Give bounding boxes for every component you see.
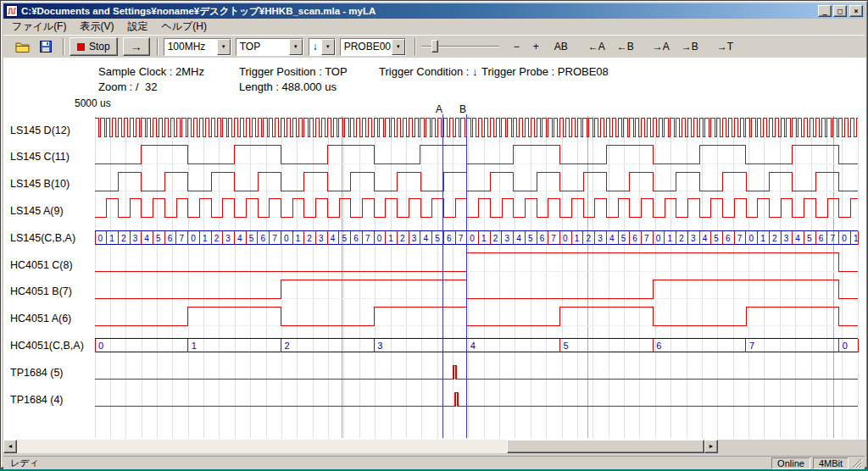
- goto-cursor-b-button[interactable]: ←B: [613, 37, 638, 56]
- bus-value: 4: [237, 234, 242, 243]
- menu-help[interactable]: ヘルプ(H): [154, 18, 214, 36]
- waveform-trace: [95, 253, 858, 272]
- waveform-area[interactable]: 5000 usLS145 D(12)LS145 C(11)LS145 B(10)…: [3, 96, 865, 440]
- waveform-trace: [95, 199, 858, 218]
- bus-value: 0: [377, 234, 382, 243]
- bus-value: 3: [225, 234, 231, 243]
- chevron-down-icon[interactable]: ▼: [289, 39, 303, 55]
- bus-value: 4: [703, 234, 708, 243]
- scroll-track[interactable]: [17, 440, 704, 453]
- run-arrow-icon: →: [131, 41, 142, 53]
- channel-label: TP1684 (4): [10, 394, 64, 406]
- slider-thumb[interactable]: [431, 40, 438, 53]
- window-title: C:¥Documents and Settings¥noname¥デスクトップ¥…: [21, 5, 816, 18]
- waveform-client: Sample Clock : 2MHz Trigger Position : T…: [3, 58, 866, 440]
- trigger-probe-select[interactable]: PROBE00 ▼: [340, 38, 406, 56]
- bus-value: 1: [481, 234, 487, 243]
- ab-button[interactable]: AB: [550, 37, 572, 56]
- bus-value: 7: [272, 234, 277, 243]
- bus-value: 0: [470, 234, 475, 243]
- bus-value: 3: [133, 234, 138, 243]
- bus-value: 5: [807, 234, 812, 243]
- chevron-down-icon[interactable]: ▼: [217, 39, 231, 55]
- open-file-button[interactable]: [12, 37, 32, 56]
- trigger-position-info: Trigger Position : TOP: [239, 65, 348, 78]
- bus-value: 1: [192, 341, 197, 351]
- channel-label: LS145 C(11): [10, 151, 70, 163]
- bus-value: 2: [121, 234, 126, 243]
- bus-value: 4: [331, 234, 336, 243]
- goto-cursor-a-button[interactable]: ←A: [584, 37, 609, 56]
- channel-label: LS145 D(12): [10, 125, 70, 136]
- scroll-left-button[interactable]: ◄: [3, 440, 17, 453]
- bus-value: 3: [319, 234, 324, 243]
- bus-value: 6: [656, 341, 661, 351]
- bus-value: 6: [632, 234, 637, 243]
- status-memory: 4MBit: [813, 457, 849, 469]
- bus-value: 0: [98, 341, 103, 351]
- trigger-probe-value: PROBE00: [341, 39, 392, 55]
- channel-label: HC4051(C,B,A): [10, 340, 84, 352]
- channel-label: HC4051 B(7): [10, 285, 72, 297]
- minimize-button[interactable]: _: [818, 5, 832, 17]
- bus-value: 0: [98, 234, 103, 243]
- run-button[interactable]: →: [123, 37, 150, 56]
- bus-value: 2: [284, 341, 289, 351]
- zoom-in-button[interactable]: +: [529, 37, 543, 56]
- channel-label: HC4051 A(6): [10, 313, 71, 324]
- channel-label: LS145(C,B,A): [10, 232, 75, 244]
- save-file-button[interactable]: [36, 37, 56, 56]
- menu-settings[interactable]: 設定: [120, 18, 154, 36]
- set-cursor-a-button[interactable]: →A: [648, 37, 674, 56]
- sample-clock-value: 100MHz: [164, 39, 217, 55]
- app-window: C:¥Documents and Settings¥noname¥デスクトップ¥…: [0, 0, 868, 468]
- set-cursor-b-button[interactable]: →B: [677, 37, 703, 56]
- bus-value: 0: [843, 341, 848, 351]
- bus-value: 5: [528, 234, 533, 243]
- chevron-down-icon[interactable]: ▼: [321, 39, 335, 55]
- horizontal-scrollbar[interactable]: ◄ ►: [3, 440, 718, 453]
- bus-value: 3: [412, 234, 417, 243]
- bus-value: 6: [353, 234, 359, 243]
- close-button[interactable]: ×: [849, 5, 863, 17]
- bus-value: 7: [551, 234, 556, 243]
- bus-value: 0: [191, 234, 196, 243]
- zoom-slider[interactable]: [420, 38, 501, 55]
- right-arrow-icon: ►: [709, 443, 715, 449]
- menu-file[interactable]: ファイル(F): [5, 18, 73, 36]
- bus-value: 1: [203, 234, 208, 243]
- cursor-a-label: A: [436, 103, 442, 115]
- cursor-b-label: B: [459, 103, 466, 115]
- bus-value: 6: [447, 234, 452, 243]
- bus-value: 1: [854, 234, 859, 243]
- scroll-thumb[interactable]: [507, 440, 704, 453]
- bus-value: 5: [714, 234, 719, 243]
- chevron-down-icon[interactable]: ▼: [392, 39, 405, 55]
- scroll-right-button[interactable]: ►: [704, 440, 718, 453]
- bus-value: 5: [156, 234, 161, 243]
- channel-label: LS145 B(10): [10, 178, 70, 190]
- zoom-out-button[interactable]: −: [509, 37, 524, 56]
- goto-trigger-button[interactable]: →T: [713, 37, 737, 56]
- bus-value: 6: [726, 234, 731, 243]
- sample-clock-info: Sample Clock : 2MHz: [98, 65, 204, 78]
- trigger-position-select[interactable]: TOP ▼: [236, 38, 303, 56]
- sample-clock-select[interactable]: 100MHz ▼: [164, 38, 231, 56]
- floppy-disk-icon: [40, 41, 52, 53]
- bus-value: 1: [109, 234, 114, 243]
- stop-button[interactable]: Stop: [70, 37, 118, 56]
- waveform-trace: [95, 145, 858, 163]
- menu-view[interactable]: 表示(V): [73, 18, 120, 36]
- status-message: レディ: [5, 456, 769, 470]
- trigger-position-value: TOP: [236, 39, 289, 55]
- titlebar: C:¥Documents and Settings¥noname¥デスクトップ¥…: [3, 3, 865, 19]
- stop-icon: [77, 43, 85, 51]
- bus-value: 4: [795, 234, 800, 243]
- bus-value: 3: [784, 234, 789, 243]
- maximize-button[interactable]: □: [833, 5, 847, 17]
- trigger-edge-select[interactable]: ↓ ▼: [309, 38, 336, 56]
- bus-value: 2: [772, 234, 777, 243]
- bus-value: 0: [284, 234, 289, 243]
- bus-value: 4: [609, 234, 615, 243]
- resize-grip[interactable]: [851, 457, 863, 469]
